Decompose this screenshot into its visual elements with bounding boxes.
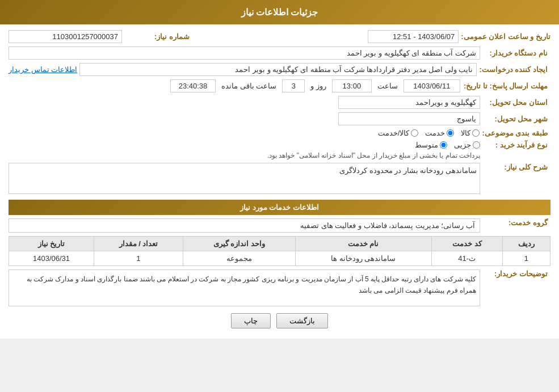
category-option-kala-khedmat-label: کالا/خدمت — [378, 129, 410, 137]
category-label: طبقه بندی موضوعی: — [482, 129, 550, 137]
table-cell-quantity: 1 — [94, 251, 183, 266]
category-option-khedmat[interactable]: خدمت — [425, 129, 454, 137]
table-header-unit: واحد اندازه گیری — [183, 237, 295, 251]
creator-label: ایجاد کننده درخواست: — [479, 65, 550, 74]
service-group-label: گروه خدمت: — [482, 218, 550, 227]
city-label: شهر محل تحویل: — [482, 115, 550, 123]
deadline-time-label: ساعت — [377, 82, 398, 90]
services-table: ردیف کد خدمت نام خدمت واحد اندازه گیری ت… — [9, 236, 550, 266]
purchase-type-radio-motavasset[interactable] — [440, 141, 447, 149]
table-row: 1ث-41ساماندهی رودخانه هامجموعه11403/06/3… — [9, 251, 550, 266]
purchase-type-jozi-label: جزیی — [454, 141, 471, 149]
deadline-date: 1403/06/11 — [404, 79, 460, 92]
print-button[interactable]: چاپ — [231, 313, 271, 328]
service-group-value: آب رسانی؛ مدیریت پسماند، فاضلاب و فعالیت… — [9, 218, 480, 233]
category-option-khedmat-label: خدمت — [425, 129, 445, 137]
purchase-type-radio-group: جزیی متوسط — [267, 141, 480, 149]
need-number-value: 1103001257000037 — [9, 30, 122, 43]
announcement-label: تاریخ و ساعت اعلان عمومی: — [461, 32, 550, 41]
notes-value: کلیه شرکت های دارای رتبه حداقل پایه 5 آب… — [9, 269, 480, 306]
buyer-org-value: شرکت آب منطقه ای کهگیلویه و بویر احمد — [9, 47, 480, 60]
deadline-days-label: روز و — [310, 82, 326, 90]
province-label: استان محل تحویل: — [482, 98, 550, 107]
button-row: بازگشت چاپ — [9, 313, 550, 328]
description-label: شرح کلی نیاز: — [482, 163, 550, 171]
category-radio-kala-khedmat[interactable] — [411, 129, 418, 137]
purchase-type-motavasset[interactable]: متوسط — [415, 141, 447, 149]
purchase-type-motavasset-label: متوسط — [415, 141, 438, 149]
purchase-type-radio-jozi[interactable] — [473, 141, 480, 149]
category-option-kala-khedmat[interactable]: کالا/خدمت — [378, 129, 419, 137]
deadline-days-value: 3 — [282, 79, 305, 92]
table-cell-row: 1 — [502, 251, 550, 266]
category-radio-kala[interactable] — [472, 129, 480, 137]
notes-label: توضیحات خریدار: — [482, 269, 550, 278]
table-header-date: تاریخ نیاز — [9, 237, 94, 251]
table-header-quantity: تعداد / مقدار — [94, 237, 183, 251]
page-header: جزئیات اطلاعات نیاز — [0, 0, 559, 24]
table-header-name: نام خدمت — [295, 237, 431, 251]
table-cell-unit: مجموعه — [183, 251, 295, 266]
need-number-label: شماره نیاز: — [124, 32, 192, 41]
services-section-title: اطلاعات خدمات مورد نیاز — [9, 200, 550, 215]
announcement-value: 1403/06/07 - 12:51 — [368, 30, 459, 43]
category-radio-khedmat[interactable] — [447, 129, 454, 137]
purchase-type-note: پرداخت تمام یا بخشی از مبلغ خریدار از مح… — [267, 151, 480, 159]
creator-value: نایب ولی اصل مدیر دفتر قراردادها شرکت آب… — [79, 63, 477, 76]
contact-info-link[interactable]: اطلاعات تماس خریدار — [9, 65, 77, 74]
deadline-time-value: 13:00 — [332, 79, 372, 92]
province-value: کهگیلویه و بویراحمد — [338, 96, 480, 109]
header-title: جزئیات اطلاعات نیاز — [241, 7, 318, 17]
deadline-label: مهلت ارسال پاسخ: تا تاریخ: — [464, 82, 550, 90]
table-cell-code: ث-41 — [431, 251, 502, 266]
deadline-remaining-label: ساعت باقی مانده — [221, 82, 276, 90]
category-option-kala[interactable]: کالا — [461, 129, 480, 137]
table-header-code: کد خدمت — [431, 237, 502, 251]
description-value: ساماندهی رودخانه بشار در محدوده کردلاگری — [9, 163, 480, 194]
table-header-row: ردیف — [502, 237, 550, 251]
table-cell-date: 1403/06/31 — [9, 251, 94, 266]
table-cell-name: ساماندهی رودخانه ها — [295, 251, 431, 266]
back-button[interactable]: بازگشت — [276, 313, 328, 328]
category-radio-group: کالا خدمت کالا/خدمت — [378, 129, 480, 137]
purchase-type-jozi[interactable]: جزیی — [454, 141, 480, 149]
buyer-org-label: نام دستگاه خریدار: — [482, 49, 550, 57]
purchase-type-label: نوع فرآیند خرید : — [482, 141, 550, 149]
category-option-kala-label: کالا — [461, 129, 470, 137]
city-value: یاسوج — [338, 112, 480, 125]
deadline-remaining-value: 23:40:38 — [170, 79, 216, 92]
